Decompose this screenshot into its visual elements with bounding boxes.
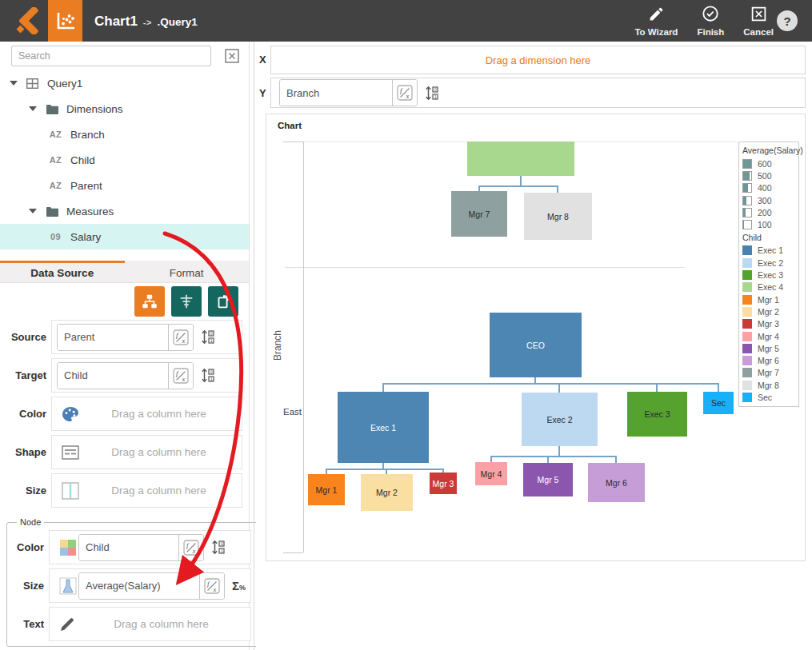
legend-size-item-100[interactable]: 100 — [739, 218, 798, 230]
node-mgr-7[interactable]: Mgr 7 — [451, 191, 507, 237]
node-text-label: Text — [7, 618, 44, 630]
target-input[interactable] — [58, 363, 168, 389]
finish-button[interactable]: Finish — [697, 5, 724, 37]
node-mgr-8[interactable]: Mgr 8 — [524, 193, 592, 240]
y-dimension-input[interactable] — [280, 80, 392, 106]
node-exec-4[interactable] — [467, 142, 574, 176]
org-tree-plot: Branch East Mgr 7Mgr 8CEOExec 1Exec 2Exe… — [266, 114, 805, 560]
check-circle-icon — [702, 5, 719, 26]
flask-icon — [59, 577, 77, 595]
hierarchy-button[interactable] — [134, 286, 165, 317]
fx-button[interactable]: f x — [168, 325, 193, 350]
node-exec-1[interactable]: Exec 1 — [338, 392, 429, 463]
tab-format[interactable]: Format — [125, 261, 250, 282]
node-mgr-6[interactable]: Mgr 6 — [588, 463, 645, 502]
caret-down-icon[interactable] — [29, 106, 37, 111]
size-icon — [62, 482, 79, 500]
legend-item-mgr-2[interactable]: Mgr 2 — [739, 305, 798, 317]
legend-item-exec-4[interactable]: Exec 4 — [739, 281, 798, 293]
legend-item-mgr-1[interactable]: Mgr 1 — [739, 293, 798, 305]
legend-item-mgr-8[interactable]: Mgr 8 — [739, 379, 798, 391]
palette-icon — [62, 406, 79, 422]
node-mgr-5[interactable]: Mgr 5 — [523, 463, 573, 496]
node-color-field[interactable]: f x 0 1 — [49, 530, 251, 564]
legend-item-mgr-7[interactable]: Mgr 7 — [739, 367, 798, 379]
legend-size-item-500[interactable]: 500 — [739, 169, 798, 181]
tree-item-branch[interactable]: AZBranch — [0, 122, 249, 147]
rotate-page-button[interactable] — [208, 286, 238, 317]
query-name: .Query1 — [157, 16, 197, 28]
legend-item-mgr-6[interactable]: Mgr 6 — [739, 354, 798, 366]
legend-item-exec-3[interactable]: Exec 3 — [739, 269, 798, 281]
sort-icon[interactable]: 0 1 — [211, 540, 225, 555]
fx-button[interactable]: f x — [178, 535, 203, 560]
tree-item-measures[interactable]: Measures — [0, 198, 249, 224]
node-sec[interactable]: Sec — [703, 392, 734, 414]
tree-item-salary[interactable]: 09Salary — [0, 224, 249, 249]
caret-down-icon[interactable] — [29, 209, 37, 213]
node-exec-3[interactable]: Exec 3 — [627, 392, 687, 437]
x-shelf-drop-zone[interactable]: Drag a dimension here — [270, 46, 806, 74]
source-field[interactable]: f x 0 1 — [51, 320, 242, 354]
target-field[interactable]: f x 0 1 — [51, 358, 242, 393]
legend-size-item-400[interactable]: 400 — [739, 182, 798, 194]
tree-item-parent[interactable]: AZParent — [0, 173, 249, 198]
svg-text:0: 0 — [210, 369, 213, 374]
cancel-button[interactable]: Cancel — [743, 6, 774, 37]
chart-legend: Average(Salary)600500400300200100ChildEx… — [738, 142, 799, 407]
filter-button[interactable] — [171, 286, 202, 317]
node-color-input[interactable] — [79, 535, 178, 560]
legend-item-mgr-3[interactable]: Mgr 3 — [739, 318, 798, 330]
fx-button[interactable]: f x — [199, 573, 224, 599]
node-mgr-1[interactable]: Mgr 1 — [308, 474, 345, 505]
help-button[interactable]: ? — [777, 10, 798, 31]
legend-item-exec-2[interactable]: Exec 2 — [739, 257, 798, 269]
node-size-field[interactable]: f x Σ% — [49, 568, 251, 603]
aggregation-icon[interactable]: Σ% — [232, 580, 246, 592]
shape-drop-zone[interactable]: Drag a column here — [51, 435, 242, 469]
search-input[interactable] — [11, 46, 211, 66]
tree-item-query1[interactable]: Query1 — [0, 70, 249, 96]
node-mgr-4[interactable]: Mgr 4 — [475, 462, 507, 485]
y-category-label: East — [273, 407, 302, 417]
size-drop-zone[interactable]: Drag a column here — [51, 473, 242, 508]
panel-divider[interactable] — [254, 42, 254, 650]
source-input[interactable] — [58, 325, 168, 350]
legend-item-sec[interactable]: Sec — [739, 391, 798, 403]
sort-icon[interactable]: 0 1 — [201, 368, 214, 383]
tree-item-child[interactable]: AZChild — [0, 147, 249, 173]
tree-connector-line — [326, 469, 444, 470]
color-swatch — [742, 307, 752, 317]
fx-button[interactable]: f x — [168, 363, 193, 389]
fx-button[interactable]: f x — [392, 80, 417, 106]
legend-size-item-300[interactable]: 300 — [739, 194, 798, 206]
sort-icon[interactable]: 0 1 — [201, 329, 214, 345]
color-drop-zone[interactable]: Drag a column here — [51, 397, 242, 431]
y-axis-title: Branch — [272, 313, 283, 377]
app-logo-icon[interactable] — [13, 7, 45, 34]
legend-item-mgr-5[interactable]: Mgr 5 — [739, 342, 798, 354]
to-wizard-button[interactable]: To Wizard — [634, 6, 678, 37]
caret-down-icon[interactable] — [10, 81, 18, 86]
legend-item-exec-1[interactable]: Exec 1 — [739, 245, 798, 257]
close-search-icon[interactable] — [225, 49, 239, 63]
node-ceo[interactable]: CEO — [490, 313, 582, 377]
node-mgr-2[interactable]: Mgr 2 — [361, 474, 413, 511]
sort-icon[interactable]: 0 1 — [425, 86, 438, 101]
size-swatch — [742, 159, 752, 169]
legend-item-mgr-4[interactable]: Mgr 4 — [739, 330, 798, 342]
tab-data-source[interactable]: Data Source — [0, 261, 125, 282]
node-size-input[interactable] — [79, 573, 199, 599]
legend-size-item-600[interactable]: 600 — [739, 158, 798, 169]
node-text-drop-zone[interactable]: Drag a column here — [49, 607, 251, 641]
shape-label: Shape — [0, 446, 46, 458]
color-swatch — [742, 270, 752, 280]
y-shelf[interactable]: f x 0 1 — [270, 78, 806, 108]
legend-size-item-200[interactable]: 200 — [739, 206, 798, 218]
chart-type-icon[interactable] — [48, 0, 82, 42]
node-mgr-3[interactable]: Mgr 3 — [430, 473, 457, 494]
node-exec-2[interactable]: Exec 2 — [522, 393, 598, 446]
color-swatch — [742, 258, 752, 268]
folder-icon — [44, 206, 59, 217]
tree-item-dimensions[interactable]: Dimensions — [0, 96, 249, 122]
